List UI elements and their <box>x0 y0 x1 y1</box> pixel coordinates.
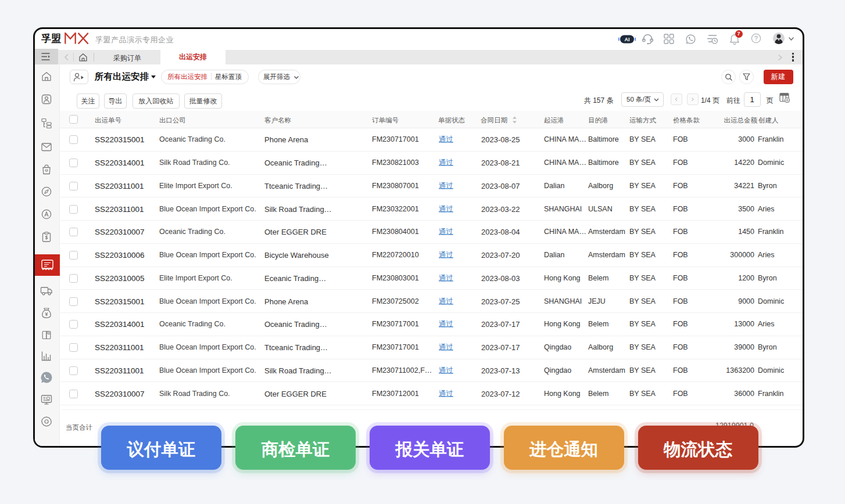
svg-text:AI: AI <box>625 37 630 42</box>
svg-text:?: ? <box>754 35 758 42</box>
